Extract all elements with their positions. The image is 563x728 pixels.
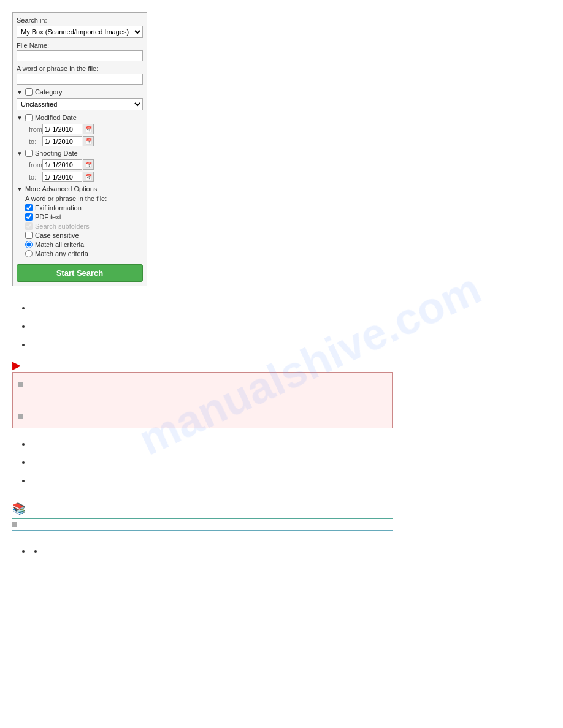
match-all-label: Match all criteria (35, 241, 84, 248)
list-item (31, 453, 551, 471)
list-item (31, 471, 551, 490)
modified-from-row: from: 📅 (17, 124, 143, 134)
pdf-checkbox[interactable] (25, 213, 33, 221)
category-label: Category (35, 88, 63, 96)
list-item (31, 317, 551, 335)
shooting-to-row: to: 📅 (17, 172, 143, 182)
shooting-from-row: from: 📅 (17, 159, 143, 170)
modified-from-label: from: (29, 126, 42, 133)
shooting-to-label: to: (29, 173, 42, 181)
shooting-from-label: from: (29, 161, 42, 169)
start-search-button[interactable]: Start Search (17, 264, 143, 282)
modified-date-section: ▼ Modified Date from: 📅 to: 📅 (17, 114, 143, 146)
phrase-label: A word or phrase in the file: (17, 65, 143, 72)
red-flag-icon: ▶ (12, 360, 551, 371)
match-all-row: Match all criteria (25, 241, 143, 248)
exif-label: Exif information (35, 204, 82, 211)
category-select[interactable]: Unclassified (17, 98, 143, 110)
file-name-input[interactable] (17, 50, 143, 61)
modified-from-calendar-btn[interactable]: 📅 (83, 124, 94, 134)
modified-date-label: Modified Date (35, 114, 77, 121)
small-square-icon (18, 414, 23, 419)
bullet-list-1 (12, 298, 551, 354)
shooting-date-header: ▼ Shooting Date (17, 150, 143, 157)
category-section-header: ▼ Category (17, 88, 143, 96)
list-item (31, 298, 551, 317)
match-all-radio[interactable] (25, 241, 33, 248)
list-item (31, 434, 551, 453)
modified-from-input[interactable] (42, 124, 82, 134)
pdf-label: PDF text (35, 213, 61, 221)
exif-checkbox[interactable] (25, 204, 33, 211)
shooting-date-label: Shooting Date (35, 150, 78, 157)
modified-date-header: ▼ Modified Date (17, 114, 143, 121)
case-sensitive-checkbox-row: Case sensitive (25, 232, 143, 239)
small-square-icon (18, 382, 23, 387)
subfolders-label: Search subfolders (35, 222, 90, 230)
category-checkbox[interactable] (25, 88, 33, 96)
subfolders-checkbox[interactable] (25, 222, 33, 230)
advanced-options: A word or phrase in the file: Exif infor… (17, 195, 143, 257)
subfolders-checkbox-row: Search subfolders (25, 222, 143, 230)
advanced-section-header: ▼ More Advanced Options (17, 185, 143, 192)
case-sensitive-label: Case sensitive (35, 232, 79, 239)
advanced-arrow-icon[interactable]: ▼ (17, 186, 23, 192)
match-any-label: Match any criteria (35, 250, 88, 257)
shooting-to-input[interactable] (42, 172, 82, 182)
red-flag-section: ▶ (12, 360, 551, 428)
match-any-row: Match any criteria (25, 250, 143, 257)
shooting-from-input[interactable] (42, 159, 82, 170)
modified-to-calendar-btn[interactable]: 📅 (83, 136, 94, 146)
shooting-date-arrow-icon[interactable]: ▼ (17, 150, 23, 157)
bullet-list-2 (12, 434, 551, 490)
blue-book-icon: 📚 (12, 502, 26, 515)
red-box (12, 372, 393, 428)
case-sensitive-checkbox[interactable] (25, 232, 33, 239)
search-in-label: Search in: (17, 17, 143, 24)
red-box-row-2 (18, 409, 387, 423)
shooting-date-checkbox[interactable] (25, 150, 33, 157)
search-panel: Search in: My Box (Scanned/Imported Imag… (12, 12, 147, 286)
shooting-from-calendar-btn[interactable]: 📅 (83, 159, 94, 170)
shooting-date-section: ▼ Shooting Date from: 📅 to: 📅 (17, 150, 143, 182)
blue-book-header: 📚 (12, 502, 393, 519)
list-item (31, 537, 551, 565)
search-in-select[interactable]: My Box (Scanned/Imported Images) (17, 26, 143, 38)
match-any-radio[interactable] (25, 250, 33, 257)
pdf-checkbox-row: PDF text (25, 213, 143, 221)
modified-date-checkbox[interactable] (25, 114, 33, 121)
modified-to-label: to: (29, 138, 42, 145)
small-square-icon (12, 522, 17, 527)
shooting-to-calendar-btn[interactable]: 📅 (83, 172, 94, 182)
bullet-list-3 (12, 537, 551, 565)
advanced-label: More Advanced Options (25, 185, 97, 192)
file-name-label: File Name: (17, 42, 143, 49)
modified-date-arrow-icon[interactable]: ▼ (17, 115, 23, 121)
list-item (31, 335, 551, 354)
list-item-nested (43, 542, 551, 560)
category-arrow-icon[interactable]: ▼ (17, 89, 23, 96)
blue-book-row (12, 519, 393, 531)
advanced-sub-label: A word or phrase in the file: (25, 195, 143, 202)
exif-checkbox-row: Exif information (25, 204, 143, 211)
blue-book-section: 📚 (12, 502, 551, 531)
modified-to-row: to: 📅 (17, 136, 143, 146)
phrase-input[interactable] (17, 74, 143, 85)
red-box-row-1 (18, 377, 387, 391)
modified-to-input[interactable] (42, 136, 82, 146)
